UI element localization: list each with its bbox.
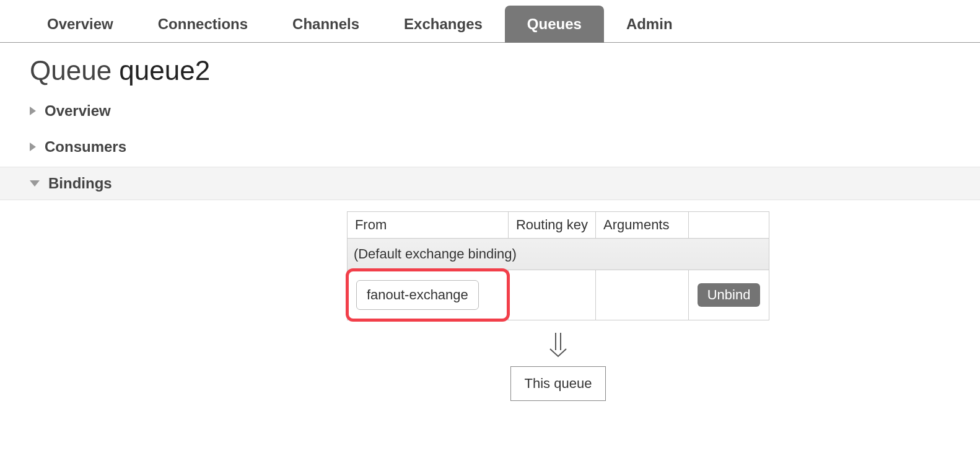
page-title: Queue queue2	[30, 55, 950, 86]
title-prefix: Queue	[30, 55, 119, 86]
section-overview-label: Overview	[45, 102, 111, 120]
header-from: From	[347, 212, 508, 239]
tab-channels[interactable]: Channels	[270, 6, 382, 43]
exchange-link[interactable]: fanout-exchange	[356, 280, 479, 310]
default-binding-label: (Default exchange binding)	[347, 239, 769, 270]
unbind-button[interactable]: Unbind	[698, 283, 761, 307]
chevron-right-icon	[30, 143, 36, 151]
bindings-table: From Routing key Arguments (Default exch…	[347, 211, 769, 320]
default-binding-row: (Default exchange binding)	[347, 239, 769, 270]
highlight-annotation: fanout-exchange	[346, 268, 510, 322]
section-consumers-header[interactable]: Consumers	[30, 131, 950, 163]
header-action	[689, 212, 769, 239]
section-consumers-label: Consumers	[45, 138, 126, 156]
tab-exchanges[interactable]: Exchanges	[382, 6, 505, 43]
this-queue-box: This queue	[510, 366, 606, 401]
table-header-row: From Routing key Arguments	[347, 212, 769, 239]
header-arguments: Arguments	[596, 212, 689, 239]
section-bindings-label: Bindings	[48, 175, 112, 192]
page-content: Queue queue2 Overview Consumers Bindings…	[0, 43, 980, 432]
section-overview-header[interactable]: Overview	[30, 95, 950, 127]
chevron-down-icon	[30, 180, 40, 187]
header-routing-key: Routing key	[508, 212, 595, 239]
main-tabs: Overview Connections Channels Exchanges …	[0, 5, 980, 43]
section-consumers: Consumers	[30, 131, 950, 163]
tab-queues[interactable]: Queues	[505, 6, 604, 43]
tab-admin[interactable]: Admin	[604, 6, 695, 43]
binding-row: fanout-exchange Unbind	[347, 270, 769, 320]
bindings-body: From Routing key Arguments (Default exch…	[0, 204, 980, 420]
tab-overview[interactable]: Overview	[25, 6, 136, 43]
binding-routing-cell	[508, 270, 595, 320]
section-overview: Overview	[30, 95, 950, 127]
section-bindings: Bindings	[0, 167, 980, 200]
queue-name: queue2	[119, 55, 210, 86]
arrow-down-icon	[548, 332, 569, 360]
binding-action-cell: Unbind	[689, 270, 769, 320]
tab-connections[interactable]: Connections	[136, 6, 270, 43]
binding-from-cell: fanout-exchange	[347, 270, 508, 320]
chevron-right-icon	[30, 107, 36, 115]
section-bindings-header[interactable]: Bindings	[30, 167, 950, 200]
binding-arguments-cell	[596, 270, 689, 320]
